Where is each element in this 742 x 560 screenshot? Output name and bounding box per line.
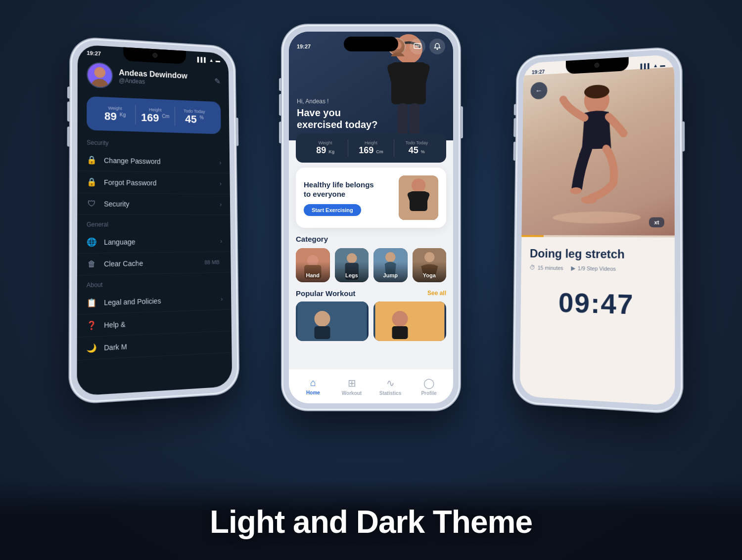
video-icon: ▶ — [571, 265, 575, 272]
svg-rect-10 — [414, 43, 421, 48]
steps-meta: ▶ 1/9 Step Videos — [571, 265, 616, 272]
right-status-icons: ▌▌▌ ▲ ▬ — [641, 62, 665, 69]
workout-progress-fill — [521, 235, 543, 237]
category-legs-label: Legs — [345, 272, 358, 278]
theme-label: Light and Dark Theme — [210, 504, 532, 540]
vol-up-center — [279, 94, 282, 116]
svg-point-18 — [307, 255, 319, 266]
category-jump-label: Jump — [383, 272, 398, 278]
bottom-label-overlay: Light and Dark Theme — [0, 481, 742, 560]
see-all-button[interactable]: See all — [427, 290, 446, 297]
banner-card: Healthy life belongsto everyone Start Ex… — [296, 168, 446, 228]
start-exercising-button[interactable]: Start Exercising — [304, 204, 361, 216]
edit-icon[interactable]: ✎ — [214, 77, 220, 86]
nav-profile-label: Profile — [421, 390, 436, 396]
category-jump[interactable]: Jump — [373, 248, 408, 282]
svg-point-21 — [346, 253, 357, 263]
workout-info: Doing leg stretch ⏱ 15 minutes ▶ 1/9 Ste… — [520, 237, 675, 338]
forgot-password-label: Forgot Password — [104, 178, 213, 187]
phone-left: 19:27 ▌▌▌ ▲ ▬ Andeas Dewindow @Ande — [70, 37, 239, 404]
svg-point-1 — [92, 79, 108, 88]
legal-label: Legal and Policies — [104, 295, 214, 306]
bottom-nav: ⌂ Home ⊞ Workout ∿ Statistics ◯ Profile — [289, 369, 453, 403]
cache-size-badge: 88 MB — [204, 259, 219, 265]
clock-icon: ⏱ — [530, 264, 536, 271]
phone-center: 19:27 — [282, 25, 460, 410]
profile-info: Andeas Dewindow @Andeas — [119, 68, 187, 87]
svg-rect-7 — [410, 103, 419, 138]
workout-card-1[interactable] — [296, 302, 369, 341]
duration-meta: ⏱ 15 minutes — [530, 264, 563, 271]
category-row: Hand Legs Jump — [289, 248, 453, 289]
help-label: Help & — [104, 316, 223, 329]
workout-card-2[interactable] — [373, 302, 446, 341]
svg-rect-6 — [398, 103, 408, 138]
center-phone-screen: 19:27 — [289, 32, 453, 403]
security-label: Security — [104, 200, 213, 208]
arrow-1: › — [219, 159, 221, 166]
dark-mode-label: Dark M — [104, 338, 223, 351]
category-hand[interactable]: Hand — [296, 248, 330, 282]
stats-card-left: Weight 89 Kg Height 169 Cm Todo To — [87, 96, 221, 134]
status-icons-left: ▌▌▌ ▲ ▬ — [197, 56, 220, 63]
home-icon: ⌂ — [310, 377, 316, 388]
messages-icon[interactable] — [410, 39, 425, 54]
popular-header: Popular Workout See all — [289, 289, 453, 302]
popular-workout-row — [289, 302, 453, 341]
arrow-4: › — [220, 238, 222, 245]
change-password-item[interactable]: 🔒 Change Password › — [77, 149, 230, 173]
nav-workout-label: Workout — [342, 390, 362, 396]
svg-rect-29 — [315, 326, 330, 339]
profile-icon: ◯ — [423, 377, 434, 389]
c-height: Height 169 Cm — [348, 140, 393, 156]
timer-display: 09:47 — [529, 281, 666, 327]
notification-icon[interactable] — [429, 39, 445, 54]
legal-icon: 📋 — [87, 298, 97, 307]
clear-cache-item[interactable]: 🗑 Clear Cache 88 MB — [77, 252, 231, 275]
language-item[interactable]: 🌐 Language › — [77, 230, 231, 254]
svg-rect-27 — [298, 302, 367, 341]
nav-statistics[interactable]: ∿ Statistics — [371, 377, 410, 396]
dynamic-island — [344, 37, 398, 51]
nav-workout[interactable]: ⊞ Workout — [332, 377, 371, 396]
weight-stat: Weight 89 Kg — [95, 105, 136, 123]
camera-right — [595, 63, 600, 68]
left-phone-screen: 19:27 ▌▌▌ ▲ ▬ Andeas Dewindow @Ande — [77, 44, 232, 396]
silent-btn-center — [279, 78, 282, 91]
right-phone-screen: 19:27 ▌▌▌ ▲ ▬ — [520, 54, 675, 406]
security-item[interactable]: 🛡 Security › — [77, 193, 230, 215]
phones-container: 19:27 ▌▌▌ ▲ ▬ Andeas Dewindow @Ande — [0, 0, 742, 560]
shield-icon: 🛡 — [87, 199, 97, 208]
lock-icon-2: 🔒 — [87, 177, 97, 187]
banner-headline: Healthy life belongsto everyone — [304, 180, 394, 199]
nav-home[interactable]: ⌂ Home — [294, 377, 332, 395]
duration-value: 15 minutes — [538, 265, 563, 271]
steps-value: 1/9 Step Videos — [578, 265, 616, 272]
banner-person-image — [399, 175, 438, 220]
svg-point-31 — [392, 311, 408, 327]
power-btn-center — [460, 106, 463, 138]
globe-icon: 🌐 — [87, 237, 97, 247]
vol-down-left — [67, 127, 70, 147]
category-yoga-label: Yoga — [423, 272, 436, 278]
category-yoga[interactable]: Yoga — [413, 248, 447, 282]
vol-down-center — [279, 122, 282, 143]
vol-up-left — [67, 101, 70, 122]
svg-point-24 — [385, 252, 396, 262]
back-arrow-icon: ← — [535, 86, 543, 95]
workout-title: Doing leg stretch — [530, 247, 665, 262]
nav-profile[interactable]: ◯ Profile — [410, 377, 448, 396]
general-section-label: General — [77, 215, 231, 231]
workout-meta: ⏱ 15 minutes ▶ 1/9 Step Videos — [530, 264, 666, 273]
silent-btn-left — [67, 86, 70, 98]
timer-value: 09:47 — [529, 286, 666, 322]
trash-icon: 🗑 — [87, 259, 97, 269]
camera-left — [152, 53, 157, 58]
c-todo: Todo Today 45 % — [394, 140, 439, 156]
power-btn-right — [682, 122, 685, 152]
svg-point-28 — [315, 311, 330, 327]
forgot-password-item[interactable]: 🔒 Forgot Password › — [77, 171, 230, 195]
category-legs[interactable]: Legs — [335, 248, 369, 282]
svg-point-13 — [412, 178, 425, 192]
arrow-5: › — [221, 296, 223, 302]
